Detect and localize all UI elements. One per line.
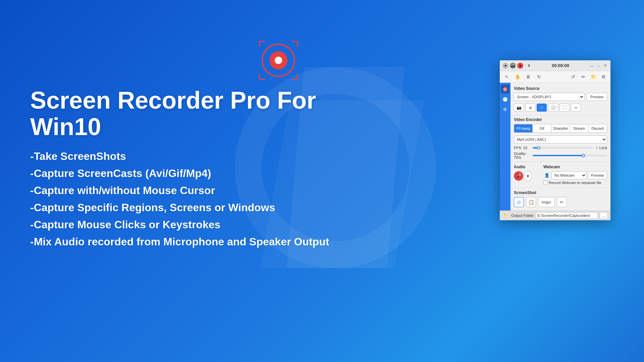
sidebar-history-button[interactable]: 🕐 (501, 95, 509, 104)
feature-list: -Take ScreenShots -Capture ScreenCasts (… (30, 150, 349, 248)
output-folder-icon[interactable]: 📁 (502, 212, 509, 219)
audio-section: Audio 🎤 ▼ (514, 165, 541, 185)
mic-row: 🎤 ▼ (514, 171, 541, 181)
imgur-button[interactable]: Imgur (538, 197, 555, 207)
webcam-row: 👤 No Webcam Preview (543, 171, 607, 179)
hero-content: Screen Recorder Pro For Win10 -Take Scre… (30, 44, 349, 253)
screenshot-section: ScreenShot ⊙ 📋 Imgur ✏ (514, 187, 607, 207)
output-folder-input[interactable] (536, 212, 598, 219)
video-encoder-label: Video Encoder (514, 117, 607, 122)
title-bar: ● 📷 ● ⏸ 00:00:00 — ⌄ ✕ (500, 60, 610, 71)
tab-discard[interactable]: Discard (589, 124, 607, 132)
feature-item: -Capture ScreenCasts (Avi/Gif/Mp4) (30, 167, 349, 180)
source-infinite-button[interactable]: ∞ (571, 104, 581, 112)
source-fullscreen-button[interactable]: ⛶ (559, 104, 570, 112)
source-region-button[interactable]: ⬜ (548, 104, 558, 112)
pencil-button[interactable]: ✏ (579, 72, 588, 81)
feature-item: -Take ScreenShots (30, 150, 349, 163)
timer-display: 00:00:00 (532, 63, 589, 68)
app-title: Screen Recorder Pro For Win10 (30, 87, 349, 140)
divider-2 (514, 162, 607, 162)
fps-slider[interactable] (533, 147, 593, 148)
folder-button[interactable]: 📁 (589, 72, 598, 81)
screenshot-label: ScreenShot (514, 190, 607, 195)
sidebar-target-button[interactable]: 🎯 (501, 85, 509, 94)
screenshot-camera-button[interactable]: ⊙ (514, 197, 524, 207)
video-source-label: Video Source (514, 86, 607, 91)
webcam-label: Webcam (543, 165, 607, 169)
tb-icon-grey[interactable]: ● (502, 63, 508, 69)
screenshot-clipboard-button[interactable]: 📋 (526, 197, 536, 207)
main-panel: Video Source Screen - \\DISPLAY1 Preview… (511, 83, 610, 210)
cursor-tool-button[interactable]: ↖ (502, 72, 511, 81)
source-type-icons: 📷 🖥 □ ⬜ ⛶ ∞ (514, 104, 607, 112)
record-separate-checkbox[interactable] (543, 181, 547, 185)
close-button[interactable]: ✕ (602, 63, 608, 68)
tab-sharpavi[interactable]: SharpAvi (551, 124, 570, 132)
tb-icon-record[interactable]: ● (517, 63, 523, 69)
feature-item: -Capture Specific Regions, Screens or Wi… (30, 201, 349, 214)
title-bar-controls: — ⌄ ✕ (589, 63, 608, 68)
source-camera-button[interactable]: 📷 (514, 104, 524, 112)
video-source-row: Screen - \\DISPLAY1 Preview (514, 93, 607, 101)
settings-button[interactable]: ⚙ (599, 72, 608, 81)
audio-webcam-section: Audio 🎤 ▼ Webcam 👤 No Webcam Preview (514, 165, 607, 185)
webcam-section: Webcam 👤 No Webcam Preview Record Webcam… (543, 165, 607, 185)
monitor-button[interactable]: 🖥 (524, 72, 533, 81)
window-body: 🎯 🕐 ⚙ Video Source Screen - \\DISPLAY1 P… (500, 83, 610, 210)
fps-limit-check: ✓ Limit (595, 145, 607, 150)
output-folder-label: Output Folder (511, 214, 534, 218)
mic-dropdown[interactable]: ▼ (525, 171, 531, 181)
minimize-button[interactable]: — (589, 63, 594, 68)
video-preview-button[interactable]: Preview (587, 93, 607, 101)
app-window: ● 📷 ● ⏸ 00:00:00 — ⌄ ✕ ↖ ✋ 🖥 ↻ ↺ ✏ 📁 ⚙ 🎯… (500, 60, 610, 220)
encoder-tabs: FFmpeg Gif SharpAvi Stream Discard (514, 124, 607, 133)
screenshot-icons: ⊙ 📋 Imgur ✏ (514, 197, 607, 207)
tab-gif[interactable]: Gif (533, 124, 551, 132)
feature-item: -Capture with/without Mouse Cursor (30, 184, 349, 197)
webcam-preview-button[interactable]: Preview (588, 171, 607, 179)
audio-label: Audio (514, 165, 541, 169)
output-folder: 📁 Output Folder ... (500, 210, 610, 220)
source-window-button[interactable]: □ (537, 104, 547, 112)
feature-item: -Mix Audio recorded from Microphone and … (30, 236, 349, 248)
tab-stream[interactable]: Stream (570, 124, 588, 132)
tb-icon-camera[interactable]: 📷 (510, 63, 516, 69)
video-source-select[interactable]: Screen - \\DISPLAY1 (514, 93, 585, 101)
source-screen-button[interactable]: 🖥 (525, 104, 535, 112)
toolbar: ↖ ✋ 🖥 ↻ ↺ ✏ 📁 ⚙ (500, 71, 610, 83)
output-folder-more-button[interactable]: ... (600, 212, 608, 219)
webcam-select[interactable]: No Webcam (551, 171, 587, 179)
quality-row: Quality: 70% (514, 152, 607, 160)
record-separate-label: Record Webcam to separate file (549, 181, 601, 185)
webcam-icon: 👤 (543, 172, 550, 179)
fps-label: FPS: 10 (514, 146, 531, 150)
fps-limit-label: Limit (599, 146, 607, 150)
feature-item: -Capture Mouse Clicks or Keystrokes (30, 219, 349, 231)
tb-icon-pause[interactable]: ⏸ (526, 63, 532, 69)
rotate-button[interactable]: ↺ (569, 72, 578, 81)
toolbar-right: ↺ ✏ 📁 ⚙ (569, 72, 608, 81)
sidebar-settings-button[interactable]: ⚙ (501, 105, 509, 114)
title-bar-icons: ● 📷 ● ⏸ (502, 63, 532, 69)
divider-1 (514, 115, 607, 115)
hand-tool-button[interactable]: ✋ (513, 72, 522, 81)
codec-select[interactable]: Mp4 (x264 | AAC) (514, 135, 607, 143)
record-separate-row: Record Webcam to separate file (543, 181, 607, 185)
quality-slider[interactable] (533, 155, 607, 156)
sidebar: 🎯 🕐 ⚙ (500, 83, 511, 210)
tab-ffmpeg[interactable]: FFmpeg (514, 124, 533, 132)
quality-label: Quality: 70% (514, 152, 531, 160)
record-icon (262, 44, 295, 77)
restore-button[interactable]: ⌄ (596, 63, 601, 68)
refresh-button[interactable]: ↻ (535, 72, 543, 81)
fps-row: FPS: 10 ✓ Limit (514, 145, 607, 150)
screenshot-pencil-button[interactable]: ✏ (557, 197, 567, 207)
mic-button[interactable]: 🎤 (514, 171, 523, 181)
